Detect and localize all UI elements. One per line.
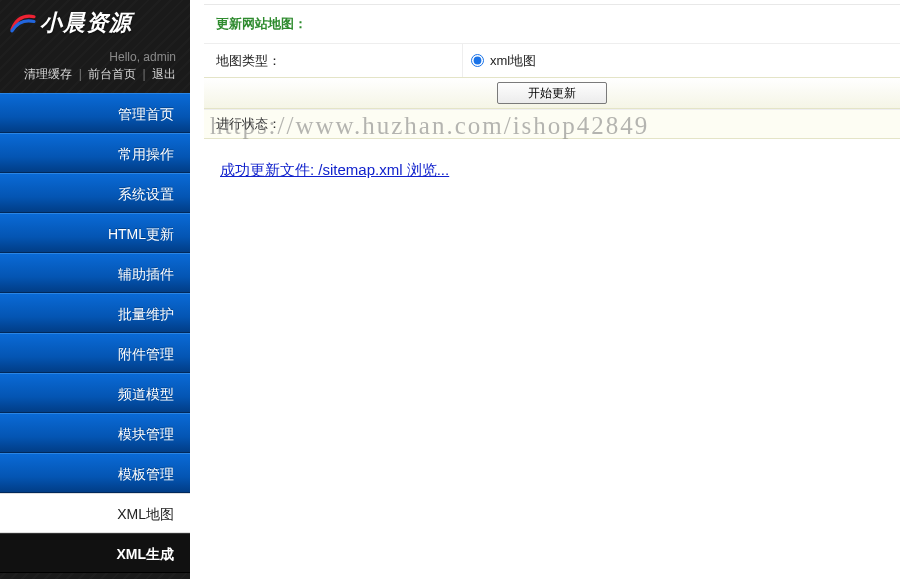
brand-name: 小晨资源 [40,8,132,38]
row-start-update: 开始更新 [204,77,900,109]
map-type-radio-xml[interactable] [471,54,484,67]
sidebar-item-label: 常用操作 [118,146,174,162]
sidebar-item-label: XML地图 [117,506,174,522]
sidebar-item-plugins[interactable]: 辅助插件 [0,253,190,293]
sidebar-nav: 管理首页 常用操作 系统设置 HTML更新 辅助插件 批量维护 附件管理 频道模… [0,93,190,573]
sidebar-item-system-settings[interactable]: 系统设置 [0,173,190,213]
sidebar-item-label: HTML更新 [108,226,174,242]
sidebar-item-label: 辅助插件 [118,266,174,282]
sidebar-item-label: 频道模型 [118,386,174,402]
map-type-value: xml地图 [462,44,536,77]
sidebar-item-label: 管理首页 [118,106,174,122]
sidebar-item-xml-map[interactable]: XML地图 [0,493,190,533]
sidebar-item-module-mgmt[interactable]: 模块管理 [0,413,190,453]
logo: 小晨资源 [0,0,190,44]
sidebar-item-label: 系统设置 [118,186,174,202]
link-clear-cache[interactable]: 清理缓存 [24,67,72,81]
sidebar-item-template-mgmt[interactable]: 模板管理 [0,453,190,493]
result-area: 成功更新文件: /sitemap.xml 浏览... [204,139,900,180]
result-success-link[interactable]: 成功更新文件: /sitemap.xml 浏览... [220,161,449,178]
section-title: 更新网站地图： [204,5,900,43]
map-type-label: 地图类型： [204,52,462,70]
sidebar: 小晨资源 Hello, admin 清理缓存 | 前台首页 | 退出 管理首页 … [0,0,190,579]
link-front-home[interactable]: 前台首页 [88,67,136,81]
sidebar-item-common-ops[interactable]: 常用操作 [0,133,190,173]
greeting-text: Hello, admin [0,44,190,66]
top-links: 清理缓存 | 前台首页 | 退出 [0,66,190,93]
sidebar-item-label: 模板管理 [118,466,174,482]
sidebar-item-batch-maint[interactable]: 批量维护 [0,293,190,333]
sidebar-item-xml-generate[interactable]: XML生成 [0,533,190,573]
sidebar-item-label: 附件管理 [118,346,174,362]
map-type-option-text: xml地图 [490,52,536,70]
sidebar-item-admin-home[interactable]: 管理首页 [0,93,190,133]
separator: | [143,67,146,81]
start-update-button[interactable]: 开始更新 [497,82,607,104]
sidebar-item-channel-model[interactable]: 频道模型 [0,373,190,413]
sidebar-item-label: 模块管理 [118,426,174,442]
separator: | [79,67,82,81]
sidebar-item-label: 批量维护 [118,306,174,322]
row-map-type: 地图类型： xml地图 [204,43,900,77]
sidebar-item-html-update[interactable]: HTML更新 [0,213,190,253]
link-logout[interactable]: 退出 [152,67,176,81]
main-content: 更新网站地图： 地图类型： xml地图 开始更新 进行状态： 成功更新文件: /… [190,0,900,579]
logo-swoosh-icon [10,12,36,34]
progress-status-label: 进行状态： [216,115,281,133]
sidebar-item-attach-mgmt[interactable]: 附件管理 [0,333,190,373]
row-progress-status: 进行状态： [204,109,900,139]
sidebar-item-label: XML生成 [116,546,174,562]
